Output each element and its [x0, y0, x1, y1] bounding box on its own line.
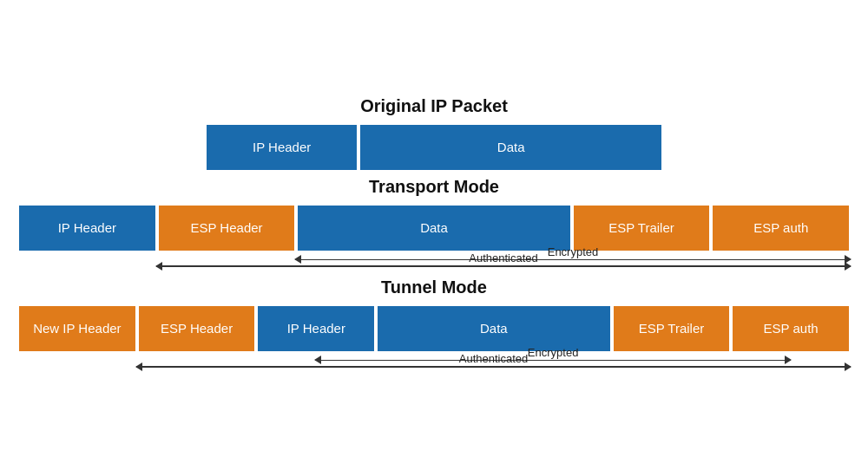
transport-esp-header: ESP Header [157, 204, 297, 252]
tunnel-esp-auth: ESP auth [731, 304, 851, 353]
original-ip-packet-section: Original IP Packet IP Header Data [17, 96, 851, 172]
tunnel-arrows: Encrypted Authenticated [17, 358, 851, 369]
tunnel-esp-header: ESP Header [137, 304, 257, 353]
transport-encrypted-arrow: Encrypted [17, 259, 851, 261]
tunnel-encrypted-arrow: Encrypted [17, 360, 851, 362]
original-data: Data [358, 123, 663, 172]
tunnel-packet-row: New IP Header ESP Header IP Header Data … [17, 304, 851, 353]
tunnel-mode-section: Tunnel Mode New IP Header ESP Header IP … [17, 277, 851, 369]
diagram: Original IP Packet IP Header Data Transp… [17, 96, 851, 375]
transport-mode-section: Transport Mode IP Header ESP Header Data… [17, 177, 851, 272]
transport-authenticated-label: Authenticated [469, 251, 538, 264]
original-ip-header: IP Header [205, 123, 358, 172]
transport-data: Data [296, 204, 571, 252]
original-packet-row: IP Header Data [205, 123, 663, 172]
transport-packet-row: IP Header ESP Header Data ESP Trailer ES… [17, 204, 851, 252]
tunnel-encrypted-label: Encrypted [528, 346, 579, 359]
original-title: Original IP Packet [360, 96, 508, 116]
transport-ip-header: IP Header [17, 204, 157, 252]
transport-arrows: Encrypted Authenticated [17, 258, 851, 269]
tunnel-authenticated-arrow: Authenticated [17, 364, 851, 368]
transport-encrypted-label: Encrypted [548, 245, 599, 258]
transport-authenticated-arrow: Authenticated [17, 264, 851, 267]
tunnel-esp-trailer: ESP Trailer [612, 304, 732, 353]
tunnel-authenticated-label: Authenticated [459, 352, 529, 365]
transport-esp-auth: ESP auth [711, 204, 851, 252]
tunnel-ip-header: IP Header [256, 304, 376, 353]
tunnel-new-ip-header: New IP Header [17, 304, 137, 353]
tunnel-title: Tunnel Mode [381, 277, 487, 297]
transport-title: Transport Mode [369, 177, 499, 197]
